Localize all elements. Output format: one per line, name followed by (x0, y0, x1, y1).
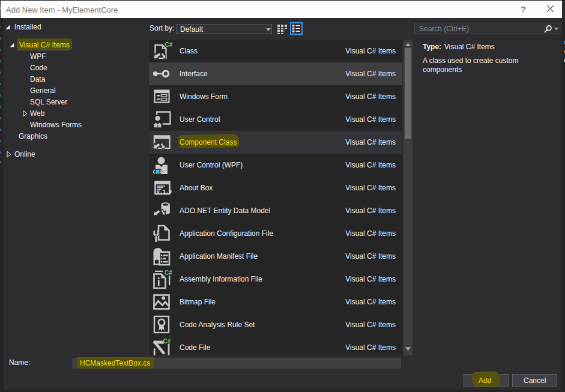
svg-text:C#: C# (163, 338, 171, 345)
svg-text:v.1.0: v.1.0 (157, 189, 172, 195)
svg-text:C#: C# (165, 41, 173, 48)
svg-text:C#: C# (165, 270, 172, 276)
